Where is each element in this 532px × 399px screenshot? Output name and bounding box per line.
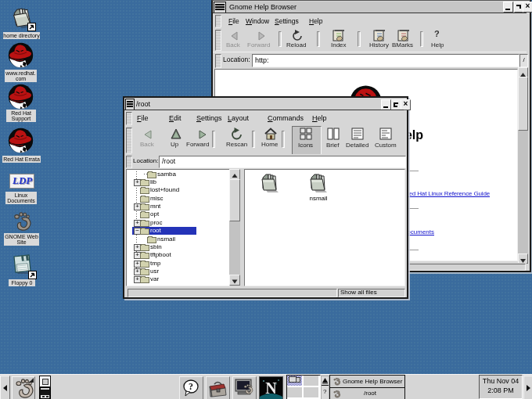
svg-text:?: ? (189, 381, 193, 392)
svg-text:N: N (265, 379, 277, 397)
